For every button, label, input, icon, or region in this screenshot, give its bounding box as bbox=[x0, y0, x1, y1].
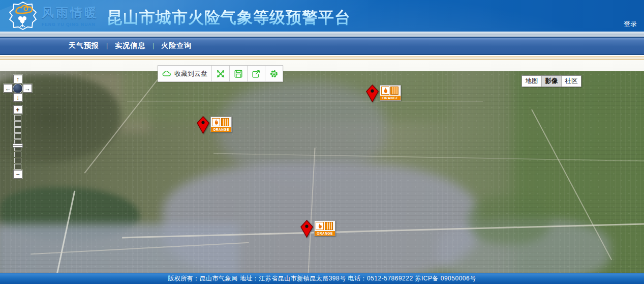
logo-subtitle: FENG YU QING NUAN bbox=[42, 22, 99, 27]
logo-emblem-icon bbox=[9, 2, 37, 30]
nav-separator: | bbox=[106, 42, 108, 49]
zoom-level-cell[interactable] bbox=[14, 121, 21, 127]
map-type-option-map[interactable]: 地图 bbox=[522, 76, 541, 87]
fire-warning-badge[interactable]: ORANGE bbox=[314, 220, 335, 236]
fullscreen-button[interactable] bbox=[211, 66, 229, 81]
warning-badge-tiles bbox=[315, 221, 335, 231]
logo-text: 风雨情暖 FENG YU QING NUAN bbox=[42, 5, 99, 27]
export-icon bbox=[252, 69, 261, 78]
save-icon bbox=[234, 69, 243, 78]
copyright-text: 版权所有：昆山市气象局 地址：江苏省昆山市新镇昆太路398号 电话：0512-5… bbox=[168, 274, 476, 283]
map-texture-overlay bbox=[0, 71, 644, 273]
fire-warning-marker: ORANGE bbox=[365, 84, 401, 105]
content-top-strip bbox=[0, 55, 644, 71]
zoom-level-cell[interactable] bbox=[14, 133, 21, 139]
logo: 风雨情暖 FENG YU QING NUAN bbox=[9, 2, 99, 30]
zoom-level-cell[interactable] bbox=[14, 115, 21, 121]
map-type-option-imagery[interactable]: 影像 bbox=[541, 76, 561, 87]
flame-icon bbox=[212, 118, 220, 126]
warning-level-label: ORANGE bbox=[380, 96, 401, 100]
warning-badge-tiles bbox=[211, 117, 231, 127]
login-link[interactable]: 登录 bbox=[624, 19, 637, 29]
flame-icon bbox=[381, 87, 389, 95]
report-icon bbox=[221, 118, 229, 126]
map-canvas[interactable]: ORANGE ORANGE bbox=[0, 71, 644, 273]
logo-title: 风雨情暖 bbox=[42, 5, 99, 21]
report-icon bbox=[325, 222, 333, 230]
flame-icon bbox=[316, 222, 324, 230]
fire-warning-marker: ORANGE bbox=[300, 220, 335, 240]
warning-level-label: ORANGE bbox=[315, 231, 335, 236]
nav-bar: 天气预报 | 实况信息 | 火险查询 bbox=[0, 37, 644, 55]
pan-up-button[interactable]: ↑ bbox=[13, 75, 22, 83]
nav-separator: | bbox=[152, 42, 154, 49]
header: 风雨情暖 FENG YU QING NUAN 昆山市城市火险气象等级预警平台 登… bbox=[0, 0, 644, 32]
nav-item-fire-risk-query[interactable]: 火险查询 bbox=[161, 41, 192, 50]
zoom-slider-track[interactable] bbox=[14, 115, 21, 169]
pan-down-button[interactable]: ↓ bbox=[13, 93, 22, 102]
report-icon bbox=[390, 87, 398, 95]
zoom-level-cell[interactable] bbox=[14, 164, 21, 169]
save-to-cloud-label: 收藏到云盘 bbox=[174, 69, 207, 78]
zoom-out-button[interactable]: − bbox=[13, 170, 22, 179]
map-type-switcher: 地图 影像 社区 bbox=[522, 75, 581, 87]
fullscreen-icon bbox=[216, 69, 225, 78]
warning-level-label: ORANGE bbox=[211, 127, 231, 132]
settings-button[interactable] bbox=[265, 66, 283, 81]
map-toolbar: 收藏到云盘 bbox=[158, 65, 283, 82]
nav-item-live-info[interactable]: 实况信息 bbox=[115, 41, 145, 50]
pan-left-button[interactable]: ← bbox=[4, 84, 13, 93]
zoom-level-cell[interactable] bbox=[14, 127, 21, 133]
cloud-icon bbox=[162, 69, 171, 78]
fire-warning-badge[interactable]: ORANGE bbox=[380, 85, 401, 101]
map-pan-control: ↑ ← → ↓ bbox=[4, 75, 32, 103]
save-to-cloud-button[interactable]: 收藏到云盘 bbox=[158, 66, 211, 81]
pan-right-button[interactable]: → bbox=[23, 84, 32, 93]
nav-item-weather-forecast[interactable]: 天气预报 bbox=[69, 41, 99, 50]
page: 风雨情暖 FENG YU QING NUAN 昆山市城市火险气象等级预警平台 登… bbox=[0, 0, 644, 284]
map-type-option-community[interactable]: 社区 bbox=[561, 76, 581, 87]
settings-gear-icon bbox=[269, 69, 279, 78]
zoom-level-cell[interactable] bbox=[14, 158, 21, 163]
page-title: 昆山市城市火险气象等级预警平台 bbox=[107, 7, 351, 29]
globe-reset-icon[interactable] bbox=[13, 83, 23, 94]
map-pin-icon[interactable] bbox=[300, 220, 314, 238]
zoom-slider-handle[interactable] bbox=[13, 144, 23, 148]
save-image-button[interactable] bbox=[229, 66, 247, 81]
zoom-in-button[interactable]: + bbox=[13, 105, 22, 114]
fire-warning-badge[interactable]: ORANGE bbox=[210, 117, 232, 132]
map-pin-icon[interactable] bbox=[365, 84, 379, 102]
fire-warning-marker: ORANGE bbox=[196, 116, 232, 136]
header-divider-strip bbox=[0, 32, 644, 37]
share-button[interactable] bbox=[247, 66, 265, 81]
footer: 版权所有：昆山市气象局 地址：江苏省昆山市新镇昆太路398号 电话：0512-5… bbox=[0, 273, 644, 284]
warning-badge-tiles bbox=[380, 86, 401, 96]
zoom-level-cell[interactable] bbox=[14, 152, 21, 157]
map-pin-icon[interactable] bbox=[196, 116, 210, 134]
